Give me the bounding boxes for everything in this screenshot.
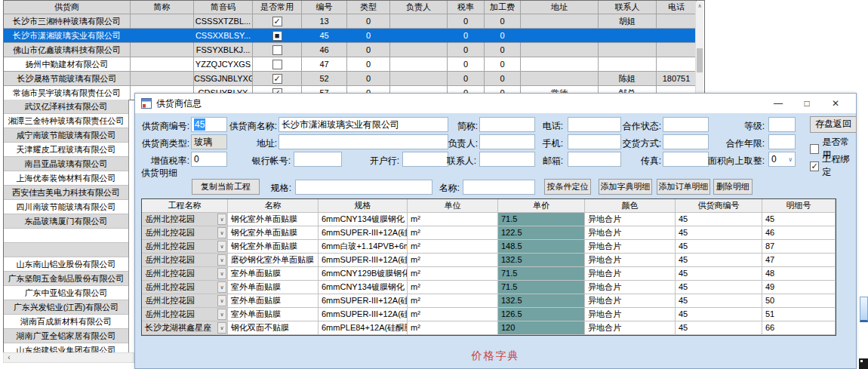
- checkbox[interactable]: [810, 144, 819, 154]
- cell-type[interactable]: 0: [347, 29, 390, 43]
- cell-name[interactable]: 室外单面贴膜: [228, 267, 319, 281]
- cell-phone[interactable]: [657, 14, 697, 29]
- cell-address[interactable]: [521, 43, 599, 57]
- cell-tax[interactable]: 0: [448, 43, 485, 57]
- minimize-button[interactable]: —: [764, 96, 793, 111]
- cell-common[interactable]: ■: [253, 29, 302, 43]
- project-bind-checkbox[interactable]: ✓ 工程绑定: [810, 153, 856, 179]
- list-item[interactable]: 湖南百成新材料有限公司: [4, 315, 128, 329]
- cell-owner[interactable]: [390, 72, 448, 86]
- cell-supplier-id[interactable]: 45: [676, 240, 762, 254]
- cell-supplier[interactable]: 扬州中勤建材有限公司: [4, 57, 131, 72]
- cell-unit[interactable]: m²: [408, 213, 498, 226]
- list-item[interactable]: 湘潭三金特种玻璃有限责任公司: [4, 114, 128, 128]
- cell-price[interactable]: 132.5: [498, 254, 585, 267]
- cell-owner[interactable]: [390, 14, 448, 29]
- col-header-abbr[interactable]: 简称: [131, 1, 194, 14]
- list-item[interactable]: 咸宁南玻节能玻璃有限公司: [4, 128, 128, 143]
- vertical-scrollbar[interactable]: ∧: [695, 2, 703, 100]
- col-header-color[interactable]: 颜色: [585, 199, 676, 213]
- cell-color[interactable]: 异地合片: [585, 267, 676, 281]
- cell-supplier[interactable]: 长沙市三湘特种玻璃有限公司: [4, 14, 131, 29]
- cell-owner[interactable]: [390, 57, 448, 72]
- cell-owner[interactable]: [390, 29, 448, 43]
- cell-price[interactable]: 71.5: [498, 213, 585, 226]
- col-header-supplier[interactable]: 供货商: [4, 1, 131, 14]
- col-header-price[interactable]: 单价: [498, 199, 585, 213]
- table-row[interactable]: 佛山市亿鑫玻璃科技有限公司 FSSYXBLKJ... 46 0 0 0: [4, 43, 697, 57]
- cell-detail-id[interactable]: 48: [762, 267, 836, 281]
- cell-unit[interactable]: m²: [408, 321, 498, 335]
- detail-row[interactable]: 岳州北控花园∨ 室外单面贴膜 6mmCNY134镀膜钢化 m² 71.5 异地合…: [142, 281, 836, 294]
- col-header-name[interactable]: 名称: [228, 199, 319, 213]
- table-row[interactable]: 长沙晟格节能玻璃有限公司 CSSGJNBLYXGS ✓ 52 0 0 0 陈姐 …: [4, 72, 697, 86]
- cell-color[interactable]: 异地合片: [585, 254, 676, 267]
- cell-id[interactable]: 45: [302, 29, 347, 43]
- cell-unit[interactable]: m²: [408, 254, 498, 267]
- list-item[interactable]: 上海优泰装饰材料有限公司: [4, 171, 128, 186]
- cell-abbr[interactable]: [131, 43, 194, 57]
- chevron-down-icon[interactable]: ∨: [217, 322, 226, 334]
- horizontal-scrollbar[interactable]: ‹: [3, 352, 134, 363]
- scroll-left-icon[interactable]: ‹: [4, 353, 14, 362]
- cell-detail-id[interactable]: 47: [762, 254, 836, 267]
- cell-id[interactable]: 46: [302, 43, 347, 57]
- cell-supplier[interactable]: 长沙市潇湘玻璃实业有限公司: [4, 29, 131, 43]
- detail-row[interactable]: 岳州北控花园∨ 室外单面贴膜 6mmSUPER-III+12A(硅... m² …: [142, 294, 836, 308]
- col-header-unit[interactable]: 单位: [408, 199, 498, 213]
- chevron-down-icon[interactable]: ∨: [217, 254, 226, 266]
- col-header-supplier-id[interactable]: 供货商编号: [676, 199, 762, 213]
- cell-tax[interactable]: 0: [448, 14, 485, 29]
- col-header-code[interactable]: 简音码: [194, 1, 253, 14]
- cell-common[interactable]: [253, 43, 302, 57]
- col-header-spec[interactable]: 规格: [319, 199, 408, 213]
- cell-abbr[interactable]: [131, 57, 194, 72]
- cell-price[interactable]: 120: [498, 321, 585, 335]
- list-item[interactable]: 山东南山铝业股份有限公司: [4, 257, 128, 272]
- cell-price[interactable]: 71.5: [498, 281, 585, 294]
- cell-fee[interactable]: 0: [485, 72, 521, 86]
- cell-detail-id[interactable]: 66: [762, 321, 836, 335]
- cell-spec[interactable]: 6mmSUPER-III+12A(硅...: [319, 308, 408, 321]
- cell-abbr[interactable]: [131, 14, 194, 29]
- cell-price[interactable]: 122.5: [498, 226, 585, 240]
- cell-detail-id[interactable]: 45: [762, 213, 836, 226]
- cell-spec[interactable]: 6mm白玻+1.14PVB+6mm...: [319, 240, 408, 254]
- checkbox[interactable]: ✓: [272, 17, 282, 26]
- coop-status-field[interactable]: [663, 117, 709, 132]
- list-item[interactable]: 西安佳吉美电力科技有限公司: [4, 186, 128, 200]
- cell-spec[interactable]: 6mmPLE84+12A(硅酮胶...: [319, 321, 408, 335]
- cell-common[interactable]: ✓: [253, 14, 302, 29]
- scrollbar-thumb[interactable]: [697, 48, 703, 72]
- cell-phone[interactable]: [657, 57, 697, 72]
- save-return-button[interactable]: 存盘返回: [810, 116, 857, 133]
- cell-code[interactable]: YZZQJCYXGS: [194, 57, 253, 72]
- cell-project-combo[interactable]: 岳州北控花园∨: [142, 281, 228, 294]
- vat-rate-field[interactable]: [191, 152, 227, 167]
- col-header-detail-id[interactable]: 明细号: [762, 199, 836, 213]
- cell-phone[interactable]: 180751: [657, 72, 697, 86]
- cell-detail-id[interactable]: 46: [762, 226, 836, 240]
- cell-abbr[interactable]: [131, 72, 194, 86]
- detail-row[interactable]: 岳州北控花园∨ 钢化室外单面贴膜 6mmCNY134镀膜钢化 m² 71.5 异…: [142, 213, 836, 226]
- cell-detail-id[interactable]: 49: [762, 281, 836, 294]
- cell-project-combo[interactable]: 岳州北控花园∨: [142, 213, 228, 226]
- col-header-type[interactable]: 类型: [347, 1, 390, 14]
- cell-project-combo[interactable]: 岳州北控花园∨: [142, 254, 228, 267]
- col-header-project[interactable]: 工程名称: [142, 199, 228, 213]
- chevron-down-icon[interactable]: ∨: [217, 227, 226, 238]
- dialog-titlebar[interactable]: 供货商信息 — □ ✕: [135, 94, 856, 113]
- cell-supplier[interactable]: 常德市昊宇玻璃有限责任公司: [4, 86, 131, 100]
- cell-id[interactable]: 52: [302, 72, 347, 86]
- chevron-down-icon[interactable]: ∨: [217, 241, 226, 252]
- delete-detail-button[interactable]: 删除明细: [713, 179, 753, 195]
- cell-fee[interactable]: 0: [485, 57, 521, 72]
- cell-code[interactable]: CSSXXBLSY...: [194, 29, 253, 43]
- col-header-address[interactable]: 地址: [521, 1, 599, 14]
- cell-spec[interactable]: 6mmSUPER-III+12A(硅...: [319, 254, 408, 267]
- list-item[interactable]: 天津耀皮工程玻璃有限公司: [4, 143, 128, 157]
- cell-color[interactable]: 异地合片: [585, 308, 676, 321]
- cell-color[interactable]: 异地合片: [585, 294, 676, 308]
- cell-tax[interactable]: 0: [448, 57, 485, 72]
- cell-unit[interactable]: m²: [408, 240, 498, 254]
